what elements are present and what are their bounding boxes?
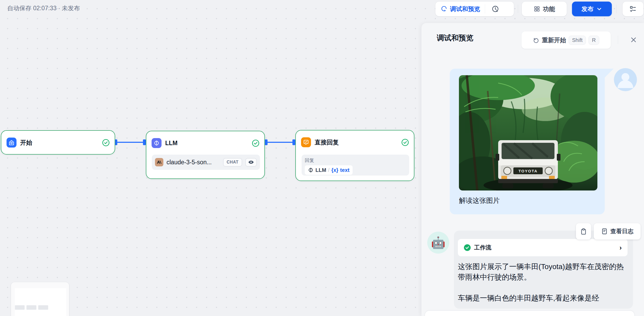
answer-reply-box: 回复 LLM / {x} text: [302, 155, 409, 176]
debug-preview-label: 调试和预览: [450, 5, 480, 13]
toolbar-separator: [617, 5, 617, 13]
chevron-right-icon: ›: [619, 244, 622, 252]
answer-paragraph: 这张图片展示了一辆丰田(Toyota)越野车在茂密的热带雨林中行驶的场景。: [458, 261, 629, 282]
autosave-status: 自动保存 02:07:33 · 未发布: [7, 4, 80, 12]
variable-node-name: LLM: [315, 167, 326, 173]
success-icon: [464, 244, 471, 251]
slash-separator: /: [328, 167, 330, 173]
workflow-status-label: 工作流: [474, 244, 616, 252]
brain-icon: [152, 138, 162, 148]
copy-button[interactable]: [576, 223, 591, 239]
photo-toyota-badge: TOYOTA: [518, 169, 537, 173]
restart-label: 重新开始: [542, 36, 566, 44]
view-log-button[interactable]: 查看日志: [594, 223, 641, 239]
chat-input-box[interactable]: [425, 310, 635, 316]
features-label: 功能: [543, 5, 555, 13]
llm-model-name: claude-3-5-son...: [166, 159, 220, 166]
panel-divider: [618, 36, 618, 44]
minimap-node: [38, 305, 48, 310]
bot-avatar: 🤖: [427, 232, 449, 254]
minimap-node: [26, 305, 36, 310]
user-message-bubble: TOYOTA 解读这张图片: [450, 69, 605, 214]
minimap[interactable]: [11, 282, 69, 316]
panel-title: 调试和预览: [437, 33, 473, 43]
checklist-icon: [629, 5, 637, 13]
workflow-process-card[interactable]: 工作流 ›: [458, 239, 628, 256]
llm-model-selector[interactable]: claude-3-5-son... CHAT: [152, 155, 260, 170]
debug-preview-button[interactable]: 调试和预览: [435, 2, 485, 16]
toolbar-separator: [518, 5, 518, 13]
success-icon: [401, 138, 409, 146]
success-icon: [102, 139, 110, 147]
publish-label: 发布: [581, 5, 593, 13]
home-icon: [7, 138, 16, 148]
view-log-label: 查看日志: [610, 227, 634, 235]
clipboard-icon: [580, 228, 587, 235]
robot-emoji-icon: 🤖: [431, 236, 446, 249]
answer-paragraph: 车辆是一辆白色的丰田越野车,看起来像是经: [458, 293, 629, 303]
answer-node-title: 直接回复: [315, 138, 397, 146]
node-direct-answer[interactable]: 直接回复 回复 LLM / {x} text: [295, 130, 414, 181]
restart-icon: [533, 37, 539, 43]
brain-icon: [308, 167, 314, 173]
debug-preview-button-group: 调试和预览: [435, 2, 514, 16]
variable-x-icon: {x}: [331, 167, 338, 173]
user-message-text: 解读这张图片: [459, 196, 500, 205]
features-button[interactable]: 功能: [522, 2, 567, 16]
minimap-viewport: [15, 288, 66, 316]
minimap-node: [15, 305, 25, 310]
node-llm[interactable]: LLM claude-3-5-son... CHAT: [146, 131, 265, 179]
checklist-button[interactable]: [623, 2, 643, 16]
debug-preview-panel: 调试和预览 重新开始 Shift R: [421, 23, 644, 316]
chat-mode-badge: CHAT: [223, 158, 242, 167]
node-start[interactable]: 开始: [1, 130, 115, 155]
variable-name: text: [340, 167, 349, 173]
edge-start-to-llm: [117, 142, 144, 143]
r-key-badge: R: [589, 36, 599, 45]
vision-eye-icon: [245, 158, 257, 167]
edge-llm-to-answer: [267, 142, 293, 143]
debug-preview-icon: [441, 6, 447, 12]
restart-button[interactable]: 重新开始 Shift R: [521, 31, 611, 49]
bot-message-bubble: 工作流 › 这张图片展示了一辆丰田(Toyota)越野车在茂密的热带雨林中行驶的…: [454, 231, 633, 309]
history-clock-icon: [492, 5, 499, 13]
llm-node-title: LLM: [165, 140, 248, 147]
chevron-down-icon: [596, 6, 602, 12]
shift-key-badge: Shift: [569, 36, 586, 45]
success-icon: [252, 139, 260, 147]
reply-field-label: 回复: [305, 157, 406, 164]
log-document-icon: [601, 228, 608, 235]
variable-pill[interactable]: LLM / {x} text: [305, 165, 353, 175]
close-icon: [630, 36, 637, 43]
user-uploaded-image[interactable]: TOYOTA: [459, 75, 597, 190]
llm-output-port[interactable]: [265, 139, 268, 145]
close-panel-button[interactable]: [628, 35, 639, 45]
features-grid-icon: [534, 6, 540, 12]
answer-input-port[interactable]: [292, 139, 295, 145]
start-node-title: 开始: [20, 139, 98, 147]
bot-answer-text: 这张图片展示了一辆丰田(Toyota)越野车在茂密的热带雨林中行驶的场景。 车辆…: [458, 261, 629, 303]
history-button[interactable]: [485, 2, 506, 16]
answer-bubble-icon: [301, 137, 311, 147]
user-avatar: [614, 68, 637, 91]
publish-button[interactable]: 发布: [572, 2, 612, 16]
anthropic-icon: [155, 158, 163, 166]
llm-input-port[interactable]: [143, 139, 146, 145]
